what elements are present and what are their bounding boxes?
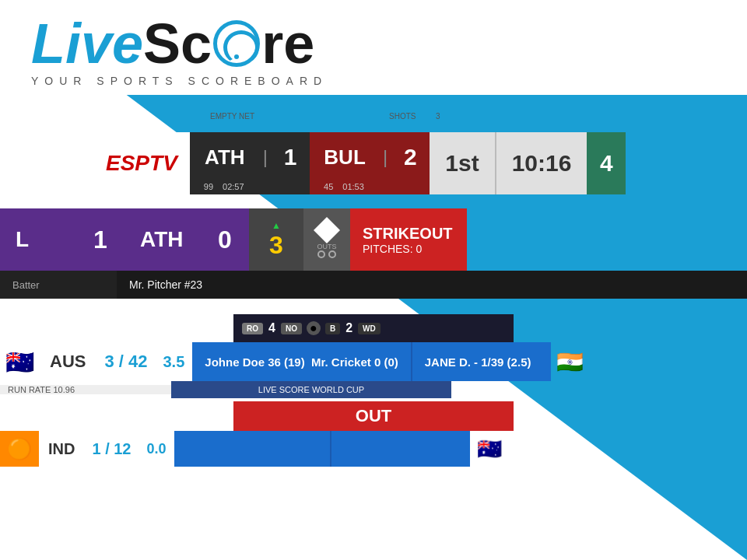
pitcher-label-cell: Mr. Pitcher #23 xyxy=(117,271,296,299)
pitcher-name: Mr. Pitcher #23 xyxy=(129,278,202,291)
strikeout-label: STRIKEOUT xyxy=(363,225,454,243)
out-banner: OUT xyxy=(233,401,514,431)
clock-block: 10:16 xyxy=(495,132,587,194)
ind-flag: 🟠 xyxy=(0,431,39,467)
cricket-batters: Johne Doe 36 (19) Mr. Cricket 0 (0) xyxy=(192,342,410,381)
run-rate-value: 10.96 xyxy=(53,385,75,394)
outs-label: OUTS xyxy=(317,243,336,250)
badge-ro: RO xyxy=(242,323,263,334)
network-name: ESPTV xyxy=(106,151,177,176)
logo-tagline: YOUR SPORTS SCOREBOARD xyxy=(31,75,328,87)
world-cup-label: LIVE SCORE WORLD CUP xyxy=(171,381,451,398)
cricket-overs: 3.5 xyxy=(156,342,193,381)
home-team-score: 1 xyxy=(271,144,310,170)
strikeout-block: STRIKEOUT PITCHES: 0 xyxy=(350,208,467,271)
home-team-name: ATH xyxy=(190,145,260,170)
cricket-next-row: 🟠 IND 1 / 12 0.0 🇦🇺 xyxy=(0,431,747,467)
away-team-score-row: BUL | 2 xyxy=(310,132,430,182)
bb-left-score-block: 1 xyxy=(78,208,124,271)
cricket-badges-row: RO 4 NO ● B 2 WD xyxy=(233,314,514,342)
india-flag: 🇮🇳 xyxy=(551,342,590,381)
away-team-name: BUL xyxy=(310,145,380,170)
bb-right-score: 0 xyxy=(218,226,232,254)
inning-direction: ▲ xyxy=(272,220,281,231)
badge-no: NO xyxy=(281,323,302,334)
aus-flag: 🇦🇺 xyxy=(0,342,39,381)
away-team-score: 2 xyxy=(391,144,430,170)
bb-right-team-name: ATH xyxy=(140,227,183,252)
badge-4: 4 xyxy=(265,320,279,337)
bb-left-score: 1 xyxy=(93,226,107,254)
period-label: 1st xyxy=(445,150,479,177)
home-team-number: 99 xyxy=(204,182,213,191)
cricket-next-flag2: 🇦🇺 xyxy=(470,431,509,467)
home-team-sub-info: 99 02:57 xyxy=(190,182,310,194)
cricket-sub-row: RUN RATE 10.96 LIVE SCORE WORLD CUP xyxy=(0,381,747,398)
baseball-scoreboard: L 1 ATH 0 ▲ 3 OUTS xyxy=(0,208,747,271)
cricket-section: RO 4 NO ● B 2 WD 🇦🇺 AUS 3 / 42 3.5 xyxy=(0,314,747,398)
badge-wd: WD xyxy=(358,323,381,334)
logo-container: Live Sc re YOUR SPORTS SCOREBOARD xyxy=(31,16,716,87)
bb-right-score-block: 0 xyxy=(202,208,249,271)
inning-number: 3 xyxy=(269,231,283,260)
run-rate-label: RUN RATE xyxy=(8,385,51,394)
batter-label: Batter xyxy=(12,279,40,291)
home-team-time: 02:57 xyxy=(223,182,244,191)
badge-b: B xyxy=(325,323,340,334)
inning-block: ▲ 3 xyxy=(249,208,303,271)
away-team-sub-info: 45 01:53 xyxy=(310,182,430,194)
hockey-header-labels: EMPTY NET SHOTS 3 xyxy=(93,110,747,124)
cricket-next-team-code: IND xyxy=(39,431,84,467)
logo-sc-text: Sc xyxy=(143,16,212,72)
main-content: EMPTY NET SHOTS 3 ESPTV ATH | 1 99 02:57… xyxy=(0,95,747,467)
diamond-outs-block: OUTS xyxy=(303,208,350,271)
cricket-next-batters xyxy=(174,431,330,467)
baseball-diamond-icon xyxy=(314,217,340,243)
cricket-bowler: JANE D. - 1/39 (2.5) xyxy=(411,342,551,381)
cricket-next-section: OUT 🟠 IND 1 / 12 0.0 🇦🇺 xyxy=(0,401,747,467)
out-circle-1 xyxy=(317,250,325,258)
cricket-team-code: AUS xyxy=(39,342,96,381)
away-team-time: 01:53 xyxy=(342,182,364,191)
cricket-main-row: 🇦🇺 AUS 3 / 42 3.5 Johne Doe 36 (19) Mr. … xyxy=(0,342,747,381)
shots-value: 3 xyxy=(436,112,440,121)
batter-label-cell: Batter xyxy=(0,271,117,299)
home-team-block: ATH | 1 99 02:57 xyxy=(190,132,310,194)
header: Live Sc re YOUR SPORTS SCOREBOARD xyxy=(0,0,747,95)
game-clock: 10:16 xyxy=(512,150,572,177)
score-divider-right: | xyxy=(380,146,391,168)
empty-net-label: EMPTY NET xyxy=(210,112,254,121)
bb-right-team-block: ATH xyxy=(124,208,202,271)
badge-dot: ● xyxy=(307,321,321,335)
away-team-block: BUL | 2 45 01:53 xyxy=(310,132,430,194)
hockey-scoreboard: ESPTV ATH | 1 99 02:57 BUL | 2 45 01:53 xyxy=(93,132,747,194)
logo-live-text: Live xyxy=(31,16,143,72)
baseball-player-row: Batter Mr. Pitcher #23 xyxy=(0,271,747,299)
cricket-next-bowler xyxy=(330,431,470,467)
bb-left-team-name: L xyxy=(16,227,29,252)
cricket-next-score: 1 / 12 xyxy=(84,431,139,467)
network-logo: ESPTV xyxy=(93,132,190,194)
pitches-label: PITCHES: 0 xyxy=(363,243,454,255)
cricket-next-overs: 0.0 xyxy=(139,431,174,467)
badge-2: 2 xyxy=(342,320,356,337)
extra-value: 4 xyxy=(600,150,613,177)
run-rate-block: RUN RATE 10.96 xyxy=(0,385,171,394)
baseball-section: L 1 ATH 0 ▲ 3 OUTS xyxy=(0,208,747,299)
outs-container: OUTS xyxy=(317,243,336,258)
extra-block: 4 xyxy=(587,132,626,194)
out-circle-2 xyxy=(328,250,336,258)
logo-text: Live Sc re xyxy=(31,16,314,72)
bb-left-team-block: L xyxy=(0,208,78,271)
away-team-number: 45 xyxy=(324,182,333,191)
logo-re-text: re xyxy=(261,16,314,72)
home-team-score-row: ATH | 1 xyxy=(190,132,310,182)
period-block: 1st xyxy=(430,132,494,194)
score-divider-left: | xyxy=(260,146,271,168)
logo-o-icon xyxy=(213,20,260,67)
shots-label: SHOTS xyxy=(389,112,416,121)
outs-circles xyxy=(317,250,336,258)
cricket-score: 3 / 42 xyxy=(96,342,155,381)
